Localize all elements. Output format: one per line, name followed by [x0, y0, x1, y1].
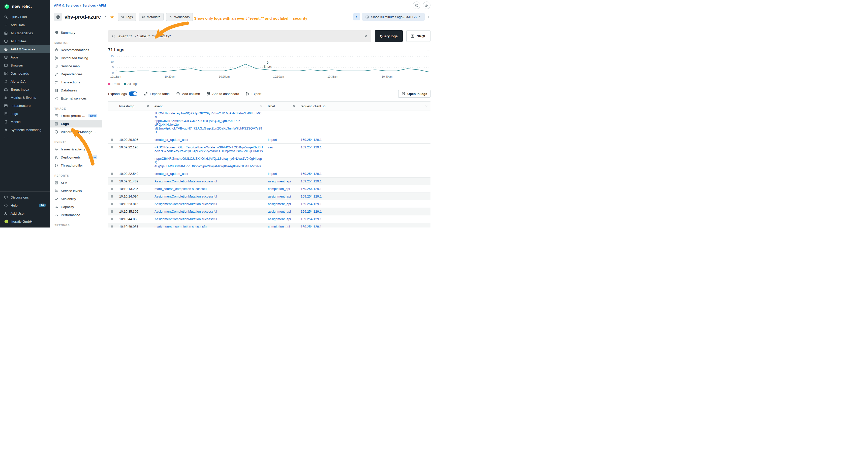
sidebar-item-browser[interactable]: Browser — [0, 61, 50, 69]
sidebar-item-synthetic-monitoring[interactable]: Synthetic Monitoring — [0, 126, 50, 134]
entity-nav-distributed-tracing[interactable]: Distributed tracing — [50, 54, 102, 62]
remove-column-icon[interactable] — [260, 104, 263, 107]
open-in-logs-button[interactable]: Open in logs — [398, 90, 431, 98]
log-row[interactable]: 10:10:13.235 mark_course_completion succ… — [108, 185, 431, 193]
column-header-request-client-ip[interactable]: request_client_ip — [298, 101, 431, 111]
clear-query-button[interactable] — [364, 34, 368, 38]
log-ip-link[interactable]: 169.254.129.1 — [301, 217, 321, 221]
sidebar-item-add-user[interactable]: Add User — [0, 209, 50, 218]
row-handle[interactable] — [111, 180, 113, 183]
row-handle[interactable] — [111, 138, 113, 141]
sidebar-item-account[interactable]: Iterativ GmbH — [0, 218, 50, 226]
log-label-link[interactable]: assignment_api — [268, 209, 291, 214]
copy-link-button[interactable] — [423, 1, 431, 9]
log-event-link[interactable]: create_or_update_user — [155, 172, 188, 175]
time-back-button[interactable] — [353, 13, 360, 21]
brand[interactable]: new relic. — [0, 0, 50, 13]
entity-nav-databases[interactable]: Databases — [50, 87, 102, 94]
sidebar-item-alerts-ai[interactable]: Alerts & AI — [0, 77, 50, 86]
log-event-link[interactable]: AssignmentCompletionMutation successful — [155, 209, 217, 214]
row-handle[interactable] — [111, 146, 113, 149]
log-event-link[interactable]: mark_course_completion successful — [155, 187, 208, 191]
entity-nav-thread-profiler[interactable]: Thread profiler — [50, 162, 102, 169]
log-ip-link[interactable]: 169.254.129.1 — [301, 195, 321, 198]
breadcrumb-apm-services[interactable]: APM & Services — [54, 3, 79, 7]
log-label-link[interactable]: sso — [268, 145, 273, 149]
query-input[interactable] — [118, 34, 362, 38]
log-event-link[interactable]: mark_course_completion successful — [155, 225, 208, 228]
entity-nav-issues-activity[interactable]: Issues & activity — [50, 145, 102, 153]
log-row[interactable]: JUQVU&code=eyJraWQiOiJjcGItY29yZV8wOTl1M… — [108, 111, 431, 136]
expand-logs-toggle[interactable] — [129, 92, 137, 96]
entity-nav-scalability[interactable]: Scalability — [50, 195, 102, 202]
breadcrumb-services-apm[interactable]: Services - APM — [83, 3, 106, 7]
log-row[interactable]: 10:10:44.066 AssignmentCompletionMutatio… — [108, 216, 431, 223]
log-event-link[interactable]: create_or_update_user — [155, 138, 188, 141]
entity-nav-logs[interactable]: Logs — [50, 120, 102, 128]
sidebar-item-discussions[interactable]: Discussions — [0, 193, 50, 201]
time-picker[interactable]: Since 30 minutes ago (GMT+2) — [362, 13, 425, 21]
favorite-star-icon[interactable]: ★ — [110, 14, 114, 20]
column-header-event[interactable]: event — [152, 101, 266, 111]
log-ip-link[interactable]: 169.254.129.1 — [301, 225, 321, 228]
log-label-link[interactable]: import — [268, 172, 277, 175]
log-label-link[interactable]: assignment_api — [268, 180, 291, 183]
sidebar-item-all-entities[interactable]: All Entities — [0, 37, 50, 45]
sidebar-item-metrics-events[interactable]: Metrics & Events — [0, 94, 50, 101]
remove-column-icon[interactable] — [147, 104, 150, 107]
log-ip-link[interactable]: 169.254.129.1 — [301, 138, 321, 141]
remove-column-icon[interactable] — [425, 104, 428, 107]
entity-nav-errors-inbox[interactable]: Errors (errors inb... New — [50, 112, 102, 120]
row-handle[interactable] — [111, 203, 113, 205]
sidebar-item-apm-services[interactable]: APM & Services — [0, 45, 50, 53]
row-handle[interactable] — [111, 226, 113, 228]
nrql-button[interactable]: NRQL — [406, 30, 431, 42]
sidebar-item-all-capabilities[interactable]: All Capabilities — [0, 29, 50, 37]
sidebar-item-add-data[interactable]: Add Data — [0, 21, 50, 29]
logs-timeseries-chart[interactable] — [116, 55, 431, 74]
log-row[interactable]: 10:10:23.815 AssignmentCompletionMutatio… — [108, 200, 431, 208]
sidebar-item-errors-inbox[interactable]: Errors Inbox — [0, 86, 50, 94]
tags-button[interactable]: Tags — [118, 13, 136, 21]
column-header-label[interactable]: label — [266, 101, 298, 111]
log-row[interactable]: 10:10:14.094 AssignmentCompletionMutatio… — [108, 193, 431, 200]
entity-nav-capacity[interactable]: Capacity — [50, 203, 102, 210]
log-ip-link[interactable]: 169.254.129.1 — [301, 209, 321, 214]
log-label-link[interactable]: completion_api — [268, 187, 290, 191]
add-to-dashboard-button[interactable]: Add to dashboard — [207, 92, 239, 96]
row-handle[interactable] — [111, 188, 113, 190]
legend-errors[interactable]: Errors — [108, 82, 120, 86]
log-row[interactable]: 10:09:20.895 create_or_update_user impor… — [108, 136, 431, 143]
row-handle[interactable] — [111, 195, 113, 197]
log-ip-link[interactable]: 169.254.129.1 — [301, 145, 321, 149]
add-column-button[interactable]: Add column — [176, 92, 200, 96]
sidebar-item-help[interactable]: Help 70 — [0, 201, 50, 209]
entity-nav-service-levels[interactable]: Service levels — [50, 187, 102, 195]
sidebar-item-quick-find[interactable]: Quick Find — [0, 13, 50, 21]
sidebar-item-dashboards[interactable]: Dashboards — [0, 69, 50, 77]
log-event-link[interactable]: AssignmentCompletionMutation successful — [155, 195, 217, 198]
entity-nav-sla[interactable]: SLA — [50, 179, 102, 187]
workloads-button[interactable]: Workloads — [166, 13, 193, 21]
sidebar-item-apps[interactable]: Apps — [0, 53, 50, 61]
entity-nav-deployments[interactable]: Deployments New — [50, 154, 102, 161]
log-label-link[interactable]: assignment_api — [268, 195, 291, 198]
entity-nav-external-services[interactable]: External services — [50, 95, 102, 102]
entity-nav-dependencies[interactable]: Dependencies — [50, 70, 102, 78]
log-event-link[interactable]: AssignmentCompletionMutation successful — [155, 180, 217, 183]
metadata-button[interactable]: Metadata — [138, 13, 163, 21]
help-button[interactable] — [413, 1, 421, 9]
entity-nav-summary[interactable]: Summary — [50, 29, 102, 36]
log-label-link[interactable]: import — [268, 138, 277, 141]
log-label-link[interactable]: assignment_api — [268, 202, 291, 206]
row-handle[interactable] — [111, 210, 113, 213]
log-label-link[interactable]: completion_api — [268, 225, 290, 228]
log-row[interactable]: 10:09:22.540 create_or_update_user impor… — [108, 170, 431, 177]
log-row[interactable]: 10:09:31.439 AssignmentCompletionMutatio… — [108, 177, 431, 185]
log-event-link[interactable]: AssignmentCompletionMutation successful — [155, 217, 217, 221]
sidebar-item-infrastructure[interactable]: Infrastructure — [0, 101, 50, 109]
log-event-link[interactable]: JUQVU&code=eyJraWQiOiJjcGItY29yZV8wOTl1M… — [155, 111, 262, 134]
export-button[interactable]: Export — [246, 92, 261, 96]
entity-nav-transactions[interactable]: Transactions — [50, 78, 102, 86]
remove-column-icon[interactable] — [292, 104, 296, 107]
